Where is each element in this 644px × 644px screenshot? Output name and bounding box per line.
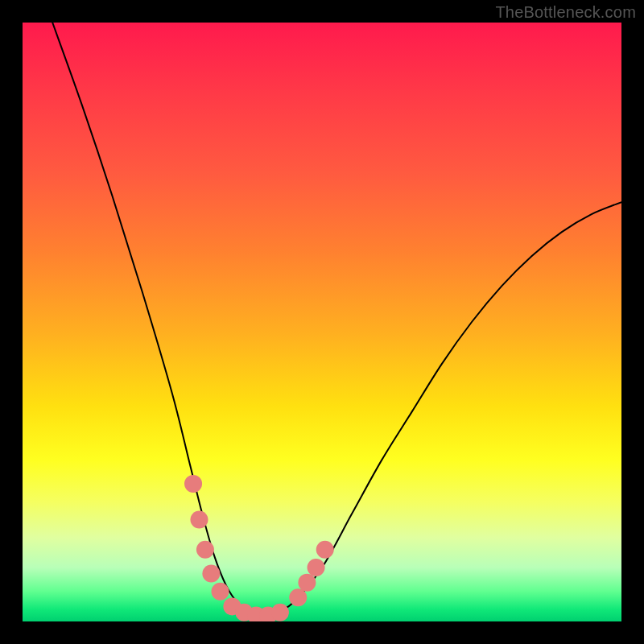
watermark-text: TheBottleneck.com — [495, 3, 636, 22]
plot-area — [23, 23, 621, 621]
curve-marker — [289, 588, 307, 606]
curve-marker — [308, 559, 325, 576]
curve-marker — [212, 583, 229, 601]
curve-marker — [271, 604, 289, 621]
curve-marker — [190, 511, 208, 529]
curve-marker — [202, 564, 220, 582]
curve-marker — [196, 541, 214, 559]
curve-marker — [298, 574, 316, 592]
chart-svg — [23, 23, 621, 621]
bottleneck-curve — [52, 23, 621, 616]
curve-marker — [184, 475, 202, 493]
curve-marker — [316, 541, 334, 559]
curve-markers-right — [289, 541, 333, 607]
chart-frame: TheBottleneck.com — [0, 0, 644, 644]
curve-markers-left — [184, 475, 289, 621]
